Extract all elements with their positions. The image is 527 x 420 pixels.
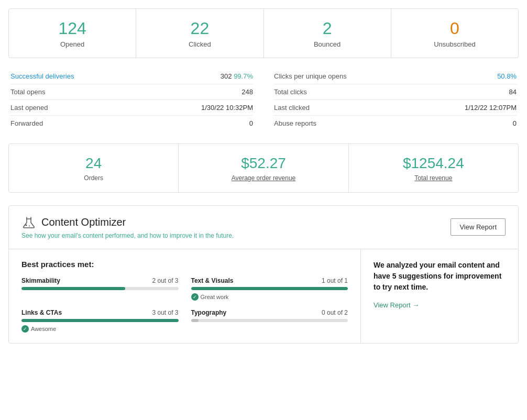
stat-clicked-number: 22 — [141, 18, 258, 38]
detail-label-last-opened: Last opened — [10, 104, 48, 112]
svg-point-1 — [26, 224, 27, 226]
practice-text-visuals-bar-fill — [191, 287, 348, 290]
detail-label-last-clicked: Last clicked — [274, 104, 310, 112]
stats-row: 124 Opened 22 Clicked 2 Bounced 0 Unsubs… — [8, 8, 519, 58]
suggestions-text: We analyzed your email content and have … — [374, 260, 506, 293]
optimizer-subtitle: See how your email's content performed, … — [21, 232, 234, 239]
detail-value-clicks-per-open: 50.8% — [497, 72, 517, 80]
check-circle-icon-2: ✓ — [21, 325, 29, 333]
optimizer-title-row: Content Optimizer — [21, 215, 234, 230]
optimizer-title-text: Content Optimizer — [41, 216, 126, 228]
practice-links-ctas-badge-label: Awesome — [31, 326, 56, 332]
practices-title: Best practices met: — [21, 260, 348, 269]
svg-point-2 — [29, 225, 30, 226]
suggestions-count: 5 — [392, 272, 397, 280]
practice-typography-bar-fill — [191, 319, 199, 322]
practice-typography-bar-bg — [191, 319, 348, 322]
revenue-total-number: $1254.24 — [354, 154, 513, 172]
practice-skimmability-header: Skimmability 2 out of 3 — [21, 277, 179, 284]
revenue-total: $1254.24 Total revenue — [349, 144, 518, 192]
practice-links-ctas-name: Links & CTAs — [21, 309, 62, 316]
practice-typography-name: Typography — [191, 309, 227, 316]
detail-clicks-per-open: Clicks per unique opens 50.8% — [274, 69, 517, 84]
detail-total-opens: Total opens 248 — [10, 84, 253, 100]
view-report-link[interactable]: View Report → — [374, 301, 506, 309]
detail-abuse-reports: Abuse reports 0 — [274, 116, 517, 131]
practice-links-ctas-bar-fill — [21, 319, 179, 322]
details-section: Successful deliveries 302 99.7% Total op… — [8, 69, 519, 131]
optimizer-title-group: Content Optimizer See how your email's c… — [21, 215, 234, 239]
stat-clicked-label: Clicked — [141, 40, 258, 48]
detail-value-successful: 302 99.7% — [221, 72, 253, 80]
details-left-col: Successful deliveries 302 99.7% Total op… — [10, 69, 253, 131]
content-optimizer-section: Content Optimizer See how your email's c… — [8, 205, 519, 344]
revenue-row: 24 Orders $52.27 Average order revenue $… — [8, 143, 519, 193]
detail-value-last-clicked: 1/12/22 12:07PM — [465, 104, 517, 112]
stat-clicked: 22 Clicked — [136, 9, 264, 58]
practice-typography-header: Typography 0 out of 2 — [191, 309, 348, 316]
detail-successful-deliveries: Successful deliveries 302 99.7% — [10, 69, 253, 84]
practice-typography: Typography 0 out of 2 — [191, 309, 348, 333]
detail-label-total-clicks: Total clicks — [274, 88, 307, 96]
practice-links-ctas-bar-bg — [21, 319, 179, 322]
detail-total-clicks: Total clicks 84 — [274, 84, 517, 100]
practice-skimmability-name: Skimmability — [21, 277, 60, 284]
revenue-avg-number: $52.27 — [184, 154, 343, 172]
practice-skimmability: Skimmability 2 out of 3 — [21, 277, 179, 301]
stat-bounced: 2 Bounced — [264, 9, 391, 58]
revenue-orders-number: 24 — [14, 154, 173, 172]
detail-value-last-opened: 1/30/22 10:32PM — [201, 104, 253, 112]
stat-bounced-number: 2 — [269, 18, 386, 38]
suggestions-column: We analyzed your email content and have … — [361, 249, 518, 343]
detail-label-successful: Successful deliveries — [10, 72, 74, 80]
revenue-orders: 24 Orders — [9, 144, 179, 192]
practice-links-ctas: Links & CTAs 3 out of 3 ✓ Awesome — [21, 309, 179, 333]
practice-links-ctas-score: 3 out of 3 — [152, 309, 178, 316]
practice-text-visuals-badge-label: Great work — [201, 294, 229, 300]
detail-forwarded: Forwarded 0 — [10, 116, 253, 131]
detail-label-abuse: Abuse reports — [274, 119, 316, 127]
stat-opened: 124 Opened — [9, 9, 136, 58]
revenue-avg-order: $52.27 Average order revenue — [179, 144, 348, 192]
detail-value-forwarded: 0 — [249, 119, 253, 127]
detail-value-total-opens: 248 — [241, 88, 253, 96]
check-circle-icon: ✓ — [191, 293, 199, 301]
detail-last-opened: Last opened 1/30/22 10:32PM — [10, 100, 253, 116]
practices-grid: Skimmability 2 out of 3 Text & Visuals 1… — [21, 277, 348, 333]
practice-skimmability-bar-bg — [21, 287, 179, 290]
practice-text-visuals-bar-bg — [191, 287, 348, 290]
practice-links-ctas-header: Links & CTAs 3 out of 3 — [21, 309, 179, 316]
detail-last-clicked: Last clicked 1/12/22 12:07PM — [274, 100, 517, 116]
revenue-avg-label: Average order revenue — [184, 174, 343, 182]
view-report-button[interactable]: View Report — [451, 218, 506, 236]
detail-label-total-opens: Total opens — [10, 88, 46, 96]
stat-opened-number: 124 — [14, 18, 130, 38]
stat-unsubscribed-number: 0 — [397, 18, 513, 38]
stat-unsubscribed: 0 Unsubscribed — [391, 9, 518, 58]
practice-links-ctas-badge: ✓ Awesome — [21, 325, 179, 333]
detail-label-forwarded: Forwarded — [10, 119, 43, 127]
practice-skimmability-bar-fill — [21, 287, 125, 290]
detail-label-clicks-per-open: Clicks per unique opens — [274, 72, 347, 80]
practice-text-visuals: Text & Visuals 1 out of 1 ✓ Great work — [191, 277, 348, 301]
details-right-col: Clicks per unique opens 50.8% Total clic… — [274, 69, 517, 131]
practice-text-visuals-score: 1 out of 1 — [322, 277, 348, 284]
optimizer-header: Content Optimizer See how your email's c… — [9, 206, 518, 249]
stat-opened-label: Opened — [14, 40, 130, 48]
practice-text-visuals-header: Text & Visuals 1 out of 1 — [191, 277, 348, 284]
practice-skimmability-score: 2 out of 3 — [152, 277, 178, 284]
flask-icon — [21, 215, 36, 230]
page-wrapper: 124 Opened 22 Clicked 2 Bounced 0 Unsubs… — [0, 0, 527, 352]
optimizer-body: Best practices met: Skimmability 2 out o… — [9, 249, 518, 343]
practice-text-visuals-name: Text & Visuals — [191, 277, 234, 284]
stat-unsubscribed-label: Unsubscribed — [397, 40, 513, 48]
revenue-orders-label: Orders — [14, 174, 173, 182]
practices-column: Best practices met: Skimmability 2 out o… — [9, 249, 361, 343]
practice-typography-score: 0 out of 2 — [322, 309, 348, 316]
practice-text-visuals-badge: ✓ Great work — [191, 293, 348, 301]
revenue-total-label: Total revenue — [354, 174, 513, 182]
detail-value-total-clicks: 84 — [509, 88, 517, 96]
detail-value-abuse: 0 — [513, 119, 517, 127]
stat-bounced-label: Bounced — [269, 40, 386, 48]
